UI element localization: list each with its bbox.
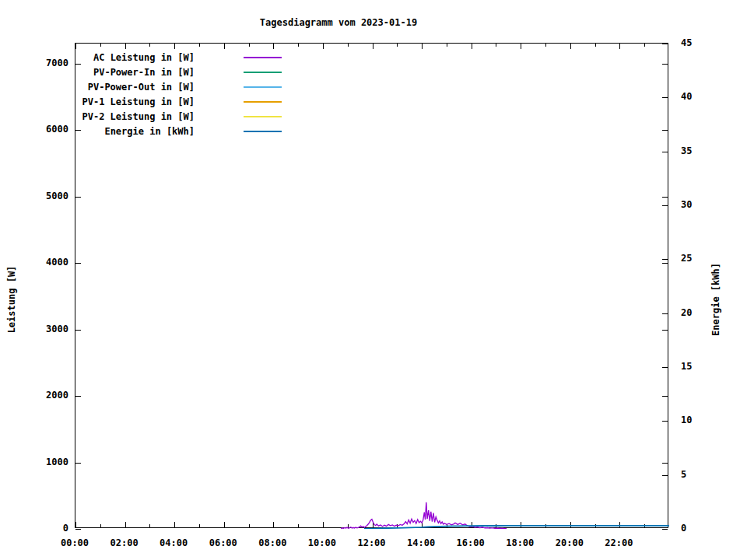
legend-item: AC Leistung in [W] bbox=[70, 50, 282, 65]
x-axis-tick-label: 00:00 bbox=[50, 537, 100, 548]
chart-title: Tagesdiagramm vom 2023-01-19 bbox=[75, 17, 602, 28]
y-left-tick-label: 5000 bbox=[22, 190, 68, 202]
y-right-tick-label: 20 bbox=[681, 306, 692, 319]
x-axis-tick-label: 04:00 bbox=[149, 537, 198, 548]
legend-line-sample bbox=[244, 86, 282, 88]
x-axis-tick-label: 06:00 bbox=[198, 537, 248, 548]
y-left-tick-label: 4000 bbox=[22, 256, 68, 268]
y-right-axis-title: Energie [kWh] bbox=[710, 222, 723, 377]
y-left-axis-title: Leistung [W] bbox=[6, 222, 19, 377]
y-left-tick bbox=[75, 529, 81, 530]
legend-item-label: AC Leistung in [W] bbox=[70, 52, 195, 63]
legend-line-sample bbox=[244, 116, 282, 117]
legend-item-label: PV-2 Leistung in [W] bbox=[70, 111, 195, 122]
legend-item-label: PV-Power-In in [W] bbox=[70, 67, 195, 78]
y-right-tick-label: 10 bbox=[681, 414, 692, 426]
y-right-tick-label: 35 bbox=[681, 145, 692, 157]
legend-item: PV-2 Leistung in [W] bbox=[70, 109, 282, 124]
x-axis-tick-label: 14:00 bbox=[396, 537, 446, 548]
y-right-tick-label: 25 bbox=[681, 252, 692, 264]
series-line-energie-in-kwh- bbox=[364, 526, 669, 529]
x-axis-tick-label: 20:00 bbox=[545, 537, 594, 548]
legend-item: PV-1 Leistung in [W] bbox=[70, 94, 282, 109]
legend-item-label: Energie in [kWh] bbox=[70, 126, 195, 137]
y-right-tick bbox=[662, 529, 668, 530]
y-right-tick-label: 15 bbox=[681, 360, 692, 373]
y-right-tick-label: 5 bbox=[681, 468, 686, 481]
y-right-tick-label: 0 bbox=[681, 522, 686, 534]
legend-line-sample bbox=[244, 131, 282, 132]
x-axis-tick-label: 22:00 bbox=[594, 537, 644, 548]
x-axis-tick-label: 12:00 bbox=[347, 537, 397, 548]
x-axis-tick-label: 08:00 bbox=[247, 537, 297, 548]
y-right-tick-label: 45 bbox=[681, 37, 692, 49]
legend-item: Energie in [kWh] bbox=[70, 124, 282, 138]
x-axis-tick-label: 10:00 bbox=[297, 537, 347, 548]
x-axis-tick-label: 16:00 bbox=[446, 537, 496, 548]
legend-item-label: PV-Power-Out in [W] bbox=[70, 82, 195, 93]
legend-line-sample bbox=[244, 57, 282, 58]
y-right-tick-label: 30 bbox=[681, 198, 692, 211]
legend: AC Leistung in [W]PV-Power-In in [W]PV-P… bbox=[70, 50, 282, 138]
y-left-tick-label: 1000 bbox=[22, 456, 68, 468]
legend-item-label: PV-1 Leistung in [W] bbox=[70, 96, 195, 107]
y-right-tick-label: 40 bbox=[681, 90, 692, 103]
legend-line-sample bbox=[244, 101, 282, 103]
legend-line-sample bbox=[244, 72, 282, 73]
x-axis-tick-label: 02:00 bbox=[100, 537, 149, 548]
x-axis-tick-label: 18:00 bbox=[495, 537, 545, 548]
legend-item: PV-Power-Out in [W] bbox=[70, 79, 282, 94]
y-left-tick-label: 7000 bbox=[22, 57, 68, 69]
chart-canvas: Tagesdiagramm vom 2023-01-19 Leistung [W… bbox=[0, 0, 747, 560]
y-left-tick-label: 3000 bbox=[22, 323, 68, 335]
legend-item: PV-Power-In in [W] bbox=[70, 65, 282, 79]
y-left-tick-label: 6000 bbox=[22, 123, 68, 135]
series-line-ac-leistung-in-w- bbox=[341, 502, 507, 529]
y-left-tick-label: 0 bbox=[22, 522, 68, 534]
y-left-tick-label: 2000 bbox=[22, 389, 68, 401]
